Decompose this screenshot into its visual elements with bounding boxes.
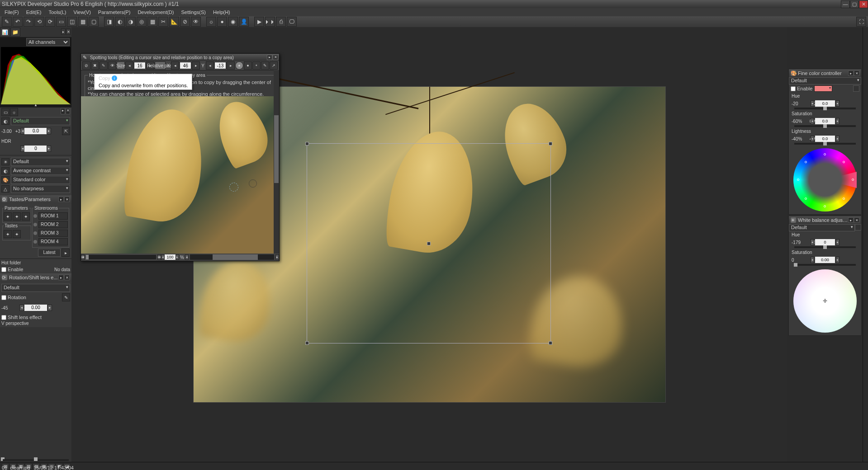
hdr-slider[interactable]: ◂ 0 ▸ xyxy=(1,144,70,154)
finecolor-picker-icon[interactable] xyxy=(853,85,859,92)
latest-button[interactable]: Latest xyxy=(38,249,61,257)
x-spin-down[interactable]: ◂ xyxy=(171,61,179,70)
tool-compare-icon[interactable]: ▭ xyxy=(56,17,66,27)
wb-close-icon[interactable]: ✕ xyxy=(854,217,859,223)
wb-preset-select[interactable]: Default xyxy=(789,224,855,231)
spotting-apply-icon[interactable]: ✎ xyxy=(261,61,269,70)
shiftlens-checkbox[interactable]: Shift lens effect xyxy=(1,315,70,320)
tool-rotate-right-icon[interactable]: ⟳ xyxy=(45,17,55,27)
spotting-size-input[interactable] xyxy=(134,62,146,69)
tool-crop-icon[interactable]: ✂ xyxy=(158,17,168,27)
spotting-titlebar[interactable]: ✎ Spotting tools (Editing a cursor size … xyxy=(81,54,279,61)
menu-help[interactable]: Help(H) xyxy=(210,9,233,15)
latest-play-icon[interactable]: ▸ xyxy=(62,249,70,257)
wb-color-wheel[interactable]: ✛ xyxy=(793,269,857,333)
tool-whitepoint-icon[interactable]: ☼ xyxy=(206,17,216,27)
wb-sat-slider[interactable]: 0◂ 0.00 ▸1 xyxy=(792,256,859,264)
tool-fit-icon[interactable]: ▢ xyxy=(89,17,99,27)
finecolor-collapse-icon[interactable]: ▸ xyxy=(848,70,854,76)
rotation-close-icon[interactable]: ✕ xyxy=(64,275,70,280)
left-tab-histogram-icon[interactable]: 📊 xyxy=(0,28,10,37)
exposure-slider[interactable]: -3.00 +3.00 ◂ 0.0 ▸ ⇱ xyxy=(1,126,70,136)
spotting-eye-icon[interactable]: 👁 xyxy=(108,61,116,70)
tool-graypoint-icon[interactable]: ◉ xyxy=(228,17,238,27)
y-spin-down[interactable]: ◂ xyxy=(206,61,214,70)
tool-spotting-icon[interactable]: ⊘ xyxy=(180,17,190,27)
spotting-brush-icon[interactable]: ✎ xyxy=(100,61,108,70)
panel-collapse-icon[interactable]: ▸ xyxy=(61,28,66,35)
tool-redeye-icon[interactable]: 👁 xyxy=(191,17,201,27)
menu-development[interactable]: Development(D) xyxy=(135,9,176,15)
menu-item-copy[interactable]: Copyi xyxy=(95,75,191,82)
zoom-spin-down[interactable]: ◂ xyxy=(161,254,165,260)
spotting-close-icon[interactable]: ✕ xyxy=(273,55,278,60)
tool-skin-icon[interactable]: 👤 xyxy=(239,17,249,27)
close-button[interactable]: ✕ xyxy=(859,0,868,8)
maximize-button[interactable]: ▢ xyxy=(850,0,859,8)
tastes-btn1[interactable]: ✦ xyxy=(4,230,12,238)
y-spin-up[interactable]: ▸ xyxy=(227,61,235,70)
histogram-channel-select[interactable]: All channels xyxy=(26,38,70,46)
spotting-zoom-value[interactable]: 100 xyxy=(165,254,175,260)
params-btn1[interactable]: ✦ xyxy=(4,212,12,221)
hotfolder-enable-checkbox[interactable]: Enable xyxy=(1,267,23,272)
tastes-close-icon[interactable]: ✕ xyxy=(64,197,70,202)
exposure-preset-select[interactable]: Default xyxy=(11,117,70,125)
exposure-tab2-icon[interactable]: ☼ xyxy=(10,108,18,116)
room-4-button[interactable]: ROOM 4 xyxy=(38,238,68,245)
brightness-select[interactable]: Default xyxy=(11,158,70,166)
tool-monitor-icon[interactable]: 🖵 xyxy=(287,17,297,27)
params-btn2[interactable]: ✦ xyxy=(13,212,21,221)
spotting-pick-icon[interactable]: ↗ xyxy=(270,61,278,70)
tool-redo-icon[interactable]: ↷ xyxy=(24,17,33,27)
finecolor-enable-checkbox[interactable]: Enable xyxy=(791,86,812,91)
tool-blackpoint-icon[interactable]: ● xyxy=(217,17,227,27)
tool-layout-icon[interactable]: ▦ xyxy=(78,17,88,27)
rotation-collapse-icon[interactable]: ▸ xyxy=(58,275,64,280)
tool-bg-icon[interactable]: ◨ xyxy=(104,17,114,27)
spotting-zoom-slider[interactable] xyxy=(86,255,156,259)
tastes-btn2[interactable]: ✦ xyxy=(13,230,21,238)
color-select[interactable]: Standard color xyxy=(11,176,70,184)
rotation-spin-up[interactable]: ▸ xyxy=(47,305,52,311)
tool-shadow-icon[interactable]: ◑ xyxy=(126,17,136,27)
tool-rotate-left-icon[interactable]: ⟲ xyxy=(34,17,44,27)
room-3-button[interactable]: ROOM 3 xyxy=(38,230,68,237)
spotting-erase-icon[interactable]: ✖ xyxy=(91,61,99,70)
spotting-x-input[interactable] xyxy=(180,62,191,69)
hscroll-left[interactable]: ◂ xyxy=(185,254,189,260)
tastes-collapse-icon[interactable]: ▸ xyxy=(58,197,64,202)
exposure-auto-icon[interactable]: ⇱ xyxy=(62,127,70,135)
room-1-button[interactable]: ROOM 1 xyxy=(38,212,68,220)
sharp-select[interactable]: No sharpness xyxy=(11,185,70,193)
wb-picker-icon[interactable] xyxy=(855,224,861,230)
menu-file[interactable]: File(F) xyxy=(2,9,22,15)
tool-straighten-icon[interactable]: 📐 xyxy=(169,17,179,27)
exposure-close-icon[interactable]: ✕ xyxy=(66,108,70,114)
left-tab-folder-icon[interactable]: 📁 xyxy=(10,28,20,37)
tool-highlight-icon[interactable]: ◐ xyxy=(115,17,125,27)
rotation-checkbox[interactable]: Rotation ✎ xyxy=(1,293,70,301)
exposure-spin-up[interactable]: ▸ xyxy=(47,128,51,134)
spotting-undo-icon[interactable]: ⊘ xyxy=(82,61,90,70)
size-spin-down[interactable]: ◂ xyxy=(125,61,133,70)
wb-collapse-icon[interactable]: ▸ xyxy=(848,217,854,223)
spotting-y-input[interactable] xyxy=(214,62,226,69)
menu-item-copy-overwrite[interactable]: Copy and overwrite from other positions. xyxy=(95,82,191,89)
spotting-relpos-button[interactable]: Relative pos. xyxy=(155,61,166,70)
spotting-circle2-icon[interactable]: ● xyxy=(244,61,252,70)
spotting-vscrollbar[interactable] xyxy=(274,70,279,254)
spotting-collapse-icon[interactable]: ▸ xyxy=(267,55,272,60)
minimize-button[interactable]: — xyxy=(841,0,850,8)
exposure-tab1-icon[interactable]: ▭ xyxy=(1,108,9,116)
exposure-value[interactable]: 0.0 xyxy=(24,128,47,134)
menu-settings[interactable]: Settings(S) xyxy=(178,9,208,15)
menu-tools[interactable]: Tools(L) xyxy=(46,9,69,15)
tool-batch-icon[interactable]: ⏵⏵ xyxy=(265,17,275,27)
tool-develop-icon[interactable]: ▶ xyxy=(254,17,264,27)
x-spin-up[interactable]: ▸ xyxy=(192,61,200,70)
hdr-value[interactable]: 0 xyxy=(24,146,47,152)
zoom-spin-up[interactable]: ▸ xyxy=(175,254,179,260)
spotting-size-button[interactable]: Size xyxy=(117,61,125,70)
zoom-spin-far-up[interactable]: ⏭ xyxy=(157,254,161,260)
